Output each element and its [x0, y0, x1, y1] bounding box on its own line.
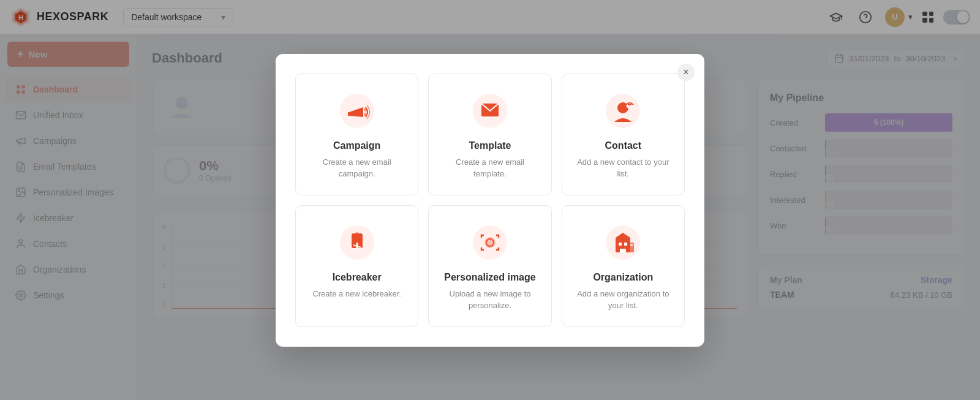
template-card-desc: Create a new email template. — [441, 156, 538, 180]
modal-card-organization[interactable]: Organization Add a new organization to y… — [562, 205, 685, 327]
modal-card-contact[interactable]: Contact Add a new contact to your list. — [562, 74, 685, 195]
modal-card-icebreaker[interactable]: Icebreaker Create a new icebreaker. — [295, 205, 418, 327]
svg-rect-53 — [619, 243, 622, 246]
personalized-image-card-title: Personalized image — [444, 272, 535, 283]
contact-card-title: Contact — [605, 140, 642, 151]
new-item-modal: × — [276, 54, 704, 347]
modal-card-template[interactable]: Template Create a new email template. — [428, 74, 551, 195]
svg-rect-55 — [620, 249, 626, 252]
template-modal-icon — [470, 91, 510, 130]
personalized-image-card-desc: Upload a new image to personalize. — [441, 288, 538, 312]
personalized-image-modal-icon — [470, 223, 510, 262]
contact-card-desc: Add a new contact to your list. — [575, 156, 672, 180]
modal-card-personalized-image[interactable]: Personalized image Upload a new image to… — [428, 205, 551, 327]
organization-modal-icon — [603, 223, 643, 262]
icebreaker-card-desc: Create a new icebreaker. — [312, 288, 401, 300]
campaign-card-desc: Create a new email campaign. — [308, 156, 405, 180]
campaign-card-title: Campaign — [333, 140, 380, 151]
svg-rect-54 — [624, 243, 627, 246]
modal-overlay[interactable]: × — [0, 0, 980, 400]
organization-card-title: Organization — [593, 272, 653, 283]
svg-rect-32 — [348, 112, 350, 116]
icebreaker-card-title: Icebreaker — [333, 272, 382, 283]
campaign-modal-icon — [337, 91, 377, 130]
modal-card-grid: Campaign Create a new email campaign. — [295, 74, 685, 327]
contact-modal-icon — [603, 91, 643, 130]
modal-close-button[interactable]: × — [677, 64, 695, 81]
organization-card-desc: Add a new organization to your list. — [575, 288, 672, 312]
template-card-title: Template — [469, 140, 511, 151]
icebreaker-modal-icon — [337, 223, 377, 262]
modal-card-campaign[interactable]: Campaign Create a new email campaign. — [295, 74, 418, 195]
svg-rect-57 — [630, 244, 633, 246]
